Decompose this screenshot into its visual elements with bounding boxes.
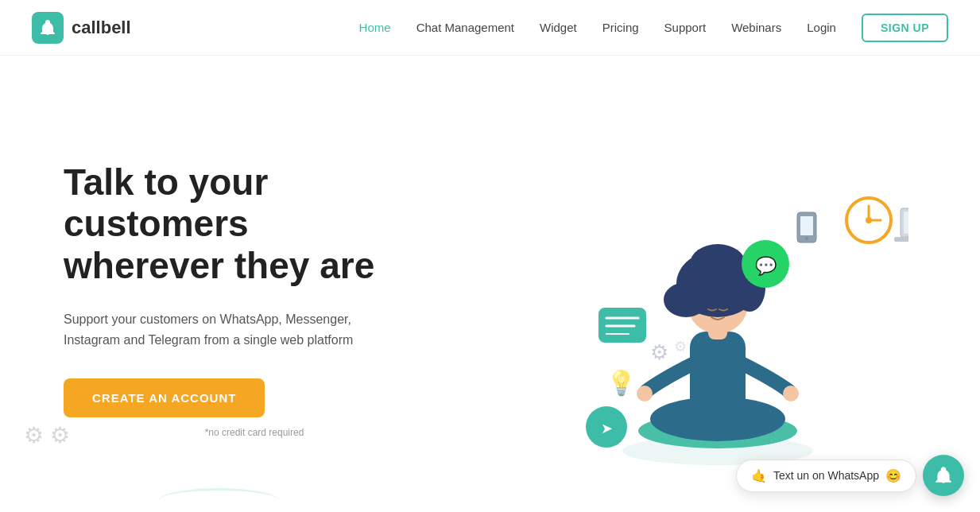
svg-rect-15 — [800, 216, 813, 235]
svg-rect-23 — [894, 237, 908, 242]
bell-icon — [38, 18, 57, 37]
whatsapp-widget: 🤙 Text un on WhatsApp 😊 — [736, 455, 964, 496]
hero-title-line2: wherever they are — [64, 245, 374, 286]
gear-icon-1: ⚙ — [24, 422, 44, 448]
whatsapp-emoji-right: 😊 — [885, 468, 901, 483]
gear-icon-2: ⚙ — [50, 422, 70, 448]
svg-rect-3 — [690, 332, 746, 419]
svg-text:➤: ➤ — [601, 421, 613, 436]
logo-text: callbell — [72, 17, 131, 38]
nav-pricing[interactable]: Pricing — [602, 21, 639, 34]
nav-widget[interactable]: Widget — [540, 21, 577, 34]
main-content: Talk to your customers wherever they are… — [0, 56, 980, 512]
svg-text:💬: 💬 — [755, 255, 777, 277]
signup-button[interactable]: SIGN UP — [862, 14, 948, 42]
gear-decorations: ⚙ ⚙ — [24, 422, 70, 448]
no-credit-text: *no credit card required — [64, 427, 445, 438]
hero-illustration: 💬 ↩ — [519, 109, 916, 491]
svg-point-5 — [783, 386, 799, 401]
svg-point-9 — [664, 282, 708, 317]
hero-title: Talk to your customers wherever they are — [64, 161, 445, 288]
nav-login[interactable]: Login — [807, 21, 836, 34]
bell-fab-icon — [933, 465, 954, 486]
meditation-illustration: 💬 ↩ — [527, 117, 908, 483]
svg-point-4 — [637, 386, 653, 401]
whatsapp-bubble-text: Text un on WhatsApp — [773, 469, 879, 482]
nav-support[interactable]: Support — [664, 21, 707, 34]
nav-webinars[interactable]: Webinars — [731, 21, 781, 34]
cta-button[interactable]: CREATE AN ACCOUNT — [64, 378, 265, 417]
nav-links: Home Chat Management Widget Pricing Supp… — [359, 14, 948, 42]
hero-text: Talk to your customers wherever they are… — [64, 161, 445, 439]
hero-title-line1: Talk to your customers — [64, 161, 268, 245]
svg-point-11 — [690, 244, 746, 284]
nav-chat-management[interactable]: Chat Management — [416, 21, 514, 34]
whatsapp-bubble[interactable]: 🤙 Text un on WhatsApp 😊 — [736, 460, 916, 492]
navbar: callbell Home Chat Management Widget Pri… — [0, 0, 980, 56]
whatsapp-emoji-left: 🤙 — [751, 468, 767, 483]
svg-text:💡: 💡 — [606, 369, 637, 398]
svg-point-16 — [805, 237, 808, 240]
hero-subtitle: Support your customers on WhatsApp, Mess… — [64, 309, 397, 350]
bottom-wave-decoration — [159, 488, 278, 512]
nav-home[interactable]: Home — [359, 21, 391, 34]
svg-rect-22 — [904, 211, 908, 234]
whatsapp-fab-button[interactable] — [923, 455, 964, 496]
svg-text:⚙: ⚙ — [650, 340, 668, 364]
logo-icon — [32, 12, 64, 44]
logo[interactable]: callbell — [32, 12, 131, 44]
svg-text:⚙: ⚙ — [674, 339, 687, 355]
